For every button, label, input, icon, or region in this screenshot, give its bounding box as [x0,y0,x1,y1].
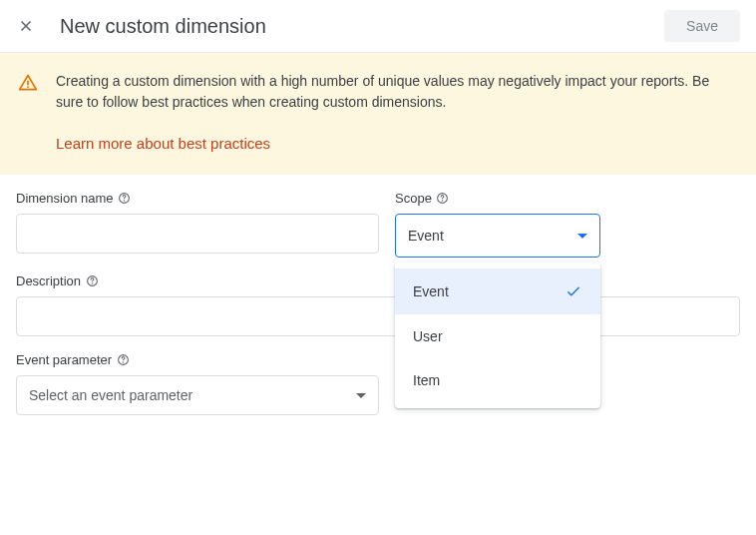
warning-banner: Creating a custom dimension with a high … [0,53,756,175]
dimension-name-group: Dimension name [16,191,379,258]
help-icon[interactable] [85,274,99,288]
scope-group: Scope Event [395,191,600,258]
svg-point-8 [123,362,124,363]
scope-dropdown-menu: Event User Item [395,263,600,408]
dropdown-option-label: Event [413,283,449,299]
dropdown-option-user[interactable]: User [395,314,600,358]
warning-text: Creating a custom dimension with a high … [56,71,738,113]
description-label-text: Description [16,273,81,288]
header-left: New custom dimension [16,15,266,38]
form-area: Dimension name Scope [0,175,756,415]
dimension-name-input[interactable] [16,214,379,254]
scope-label-text: Scope [395,191,432,206]
warning-icon [18,73,38,93]
help-icon[interactable] [436,192,450,206]
scope-label: Scope [395,191,600,206]
dialog-header: New custom dimension Save [0,0,756,53]
help-icon[interactable] [118,192,132,206]
event-parameter-label-text: Event parameter [16,352,112,367]
event-parameter-label: Event parameter [16,352,379,367]
event-parameter-select[interactable]: Select an event parameter [16,375,379,415]
dropdown-option-item[interactable]: Item [395,358,600,402]
dropdown-option-label: User [413,328,443,344]
scope-select-wrapper: Event Event Use [395,214,600,258]
page-title: New custom dimension [60,15,266,38]
close-icon[interactable] [16,16,36,36]
svg-point-2 [124,201,125,202]
chevron-down-icon [577,234,587,239]
learn-more-link[interactable]: Learn more about best practices [56,135,270,152]
svg-point-4 [443,201,444,202]
description-label: Description [16,273,740,288]
event-parameter-placeholder: Select an event parameter [29,387,192,403]
dimension-name-label: Dimension name [16,191,379,206]
scope-selected-value: Event [408,228,444,244]
dropdown-option-event[interactable]: Event [395,268,600,314]
description-input[interactable] [16,296,740,336]
svg-point-6 [92,283,93,284]
description-group: Description [16,273,740,336]
scope-select[interactable]: Event [395,214,600,258]
dropdown-option-label: Item [413,372,440,388]
dimension-name-label-text: Dimension name [16,191,114,206]
check-icon [565,282,582,300]
save-button[interactable]: Save [664,10,740,42]
help-icon[interactable] [116,353,130,367]
chevron-down-icon [356,393,366,398]
event-parameter-group: Event parameter Select an event paramete… [16,352,379,415]
svg-point-0 [27,86,29,88]
warning-content: Creating a custom dimension with a high … [56,71,738,153]
